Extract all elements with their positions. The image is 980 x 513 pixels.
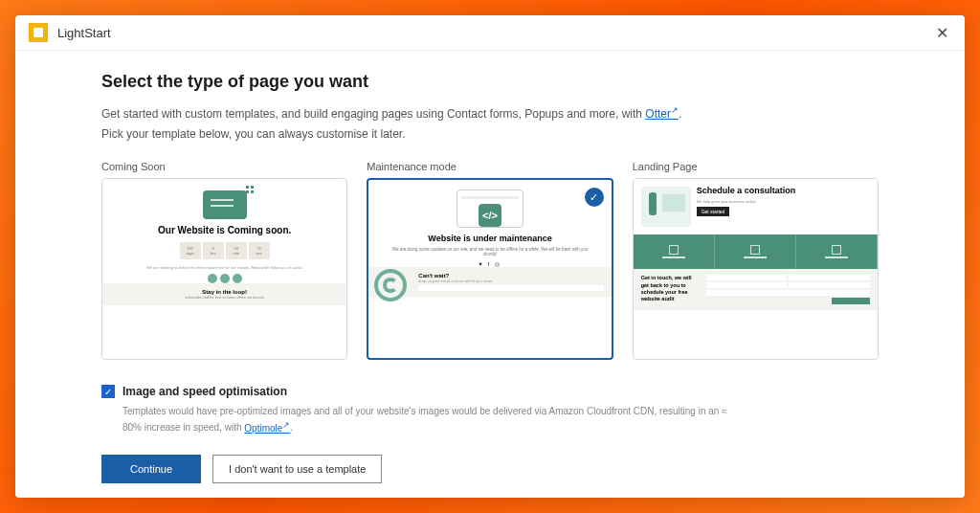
optimisation-option: ✓ Image and speed optimisation Templates… — [101, 385, 879, 435]
content: Select the type of page you want Get sta… — [15, 51, 965, 498]
template-card-landing[interactable]: Schedule a consultation We help grow you… — [633, 178, 879, 360]
optimisation-label: Image and speed optimisation — [122, 385, 287, 398]
template-option: Maintenance mode ✓ </> Website is under … — [367, 161, 612, 360]
social-icons: ♥ f ◎ — [479, 260, 501, 267]
app-name: LightStart — [57, 26, 111, 40]
external-icon: ↗ — [671, 105, 679, 115]
social-icons — [208, 274, 242, 283]
selected-check-icon: ✓ — [585, 188, 604, 207]
template-option: Landing Page Schedule a consultation We … — [633, 161, 879, 360]
browser-icon: </> — [457, 190, 523, 228]
template-card-maintenance[interactable]: ✓ </> Website is under maintenance We ar… — [367, 178, 612, 360]
external-icon: ↗ — [282, 419, 290, 429]
chat-icon — [203, 190, 247, 219]
template-footer: Can't wait?drop us your email and we wil… — [368, 267, 611, 297]
landing-illustration-icon — [641, 187, 691, 227]
template-title: Schedule a consultation — [697, 187, 796, 196]
optimisation-desc: Templates would have pre-optimized image… — [122, 404, 735, 435]
optimole-link[interactable]: Optimole↗ — [244, 423, 290, 434]
send-pill — [832, 298, 870, 304]
cta-pill: Get started — [697, 207, 730, 216]
intro-line-2: Pick your template below, you can always… — [101, 125, 879, 144]
continue-button[interactable]: Continue — [101, 455, 201, 483]
template-cards: Coming Soon Our Website is Coming soon. … — [101, 161, 879, 360]
template-footer: Stay in the loop!subscribe and be first … — [102, 283, 346, 305]
at-icon — [374, 269, 407, 301]
skip-template-button[interactable]: I don't want to use a template — [212, 455, 382, 483]
app-logo-icon — [29, 23, 48, 42]
action-buttons: Continue I don't want to use a template — [101, 455, 879, 483]
template-label: Maintenance mode — [367, 161, 612, 172]
template-sub: We are doing some updates on our site, a… — [368, 247, 611, 256]
template-card-coming-soon[interactable]: Our Website is Coming soon. 202days 9hrs… — [101, 178, 347, 360]
otter-link[interactable]: Otter↗ — [645, 107, 679, 121]
titlebar: LightStart ✕ — [15, 15, 965, 51]
close-icon[interactable]: ✕ — [932, 23, 951, 42]
modal: LightStart ✕ Select the type of page you… — [15, 15, 965, 498]
template-label: Coming Soon — [101, 161, 347, 172]
intro-line-1: Get started with custom templates, and b… — [101, 103, 879, 123]
code-icon: </> — [479, 204, 501, 227]
optimisation-checkbox[interactable]: ✓ — [101, 385, 115, 398]
template-label: Landing Page — [633, 161, 879, 172]
template-option: Coming Soon Our Website is Coming soon. … — [101, 161, 347, 360]
template-footer: Get in touch, we will get back to you to… — [634, 269, 878, 310]
countdown: 202days 9hrs 53min 22sec — [180, 242, 270, 259]
page-title: Select the type of page you want — [101, 72, 879, 92]
feature-strip — [634, 234, 878, 269]
template-title: Website is under maintenance — [428, 234, 551, 244]
template-title: Our Website is Coming soon. — [158, 225, 291, 236]
